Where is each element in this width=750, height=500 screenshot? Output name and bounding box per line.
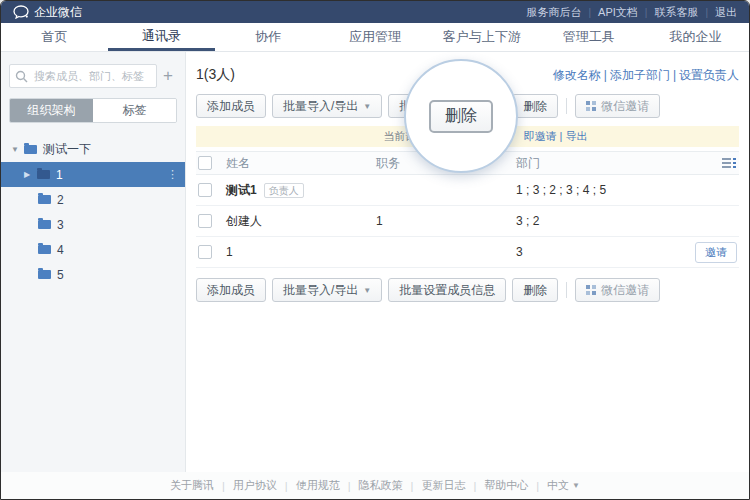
caret-down-icon: ▼: [11, 145, 21, 154]
column-header-name: 姓名: [226, 155, 376, 172]
divider: [566, 98, 567, 114]
more-options-icon[interactable]: ⋮: [167, 168, 178, 181]
batch-import-export-button[interactable]: 批量导入/导出▼: [272, 278, 382, 302]
sidebar-tabs: 组织架构 标签: [9, 98, 177, 123]
delete-button[interactable]: 删除: [512, 94, 558, 118]
toolbar-bottom: 添加成员 批量导入/导出▼ 批量设置成员信息 删除 微信邀请: [196, 278, 739, 302]
app-title: 企业微信: [34, 4, 82, 21]
footer-link-privacy-policy[interactable]: 隐私政策: [359, 478, 403, 493]
tree-node-label: 1: [56, 168, 63, 182]
tree-node-label: 4: [57, 243, 64, 257]
divider: |: [348, 480, 351, 492]
footer-link-changelog[interactable]: 更新日志: [421, 478, 465, 493]
add-department-button[interactable]: +: [157, 64, 179, 88]
table-row[interactable]: 创建人 1 3 ; 2: [196, 206, 739, 237]
wechat-invite-icon: [586, 285, 597, 296]
divider: |: [604, 68, 607, 82]
wechat-invite-icon: [586, 101, 597, 112]
tab-customers[interactable]: 客户与上下游: [428, 23, 535, 51]
chevron-down-icon: ▼: [363, 286, 371, 295]
divider: |: [705, 7, 708, 18]
tree-node-2[interactable]: 2: [1, 187, 185, 212]
tab-management-tools[interactable]: 管理工具: [535, 23, 642, 51]
batch-import-export-button[interactable]: 批量导入/导出▼: [272, 94, 382, 118]
invite-button[interactable]: 邀请: [695, 242, 737, 263]
wechat-invite-button[interactable]: 微信邀请: [575, 94, 660, 118]
language-selector[interactable]: 中文 ▼: [547, 478, 580, 493]
add-member-button[interactable]: 添加成员: [196, 94, 266, 118]
divider: |: [536, 480, 539, 492]
table-row[interactable]: 测试1 负责人 1 ; 3 ; 2 ; 3 ; 4 ; 5: [196, 175, 739, 206]
tree-node-4[interactable]: 4: [1, 237, 185, 262]
tab-my-company[interactable]: 我的企业: [642, 23, 749, 51]
divider: |: [411, 480, 414, 492]
footer-link-usage-rules[interactable]: 使用规范: [296, 478, 340, 493]
modify-name-link[interactable]: 修改名称: [553, 68, 601, 82]
row-checkbox[interactable]: [198, 183, 212, 197]
folder-icon: [24, 145, 37, 154]
table-row[interactable]: 1 3 邀请: [196, 237, 739, 268]
member-departments: 3 ; 2: [516, 214, 675, 228]
divider: [566, 282, 567, 298]
member-title: 1: [376, 214, 516, 228]
tree-node-label: 5: [57, 268, 64, 282]
set-leader-link[interactable]: 设置负责人: [679, 68, 739, 82]
tree-node-label: 2: [57, 193, 64, 207]
folder-icon: [38, 220, 51, 229]
tab-home[interactable]: 首页: [1, 23, 108, 51]
folder-icon: [37, 170, 50, 179]
column-header-department: 部门: [516, 155, 675, 172]
main-nav: 首页 通讯录 协作 应用管理 客户与上下游 管理工具 我的企业: [1, 23, 749, 52]
topbar-link-service-provider[interactable]: 服务商后台: [526, 5, 581, 20]
footer: 关于腾讯| 用户协议| 使用规范| 隐私政策| 更新日志| 帮助中心| 中文 ▼: [1, 472, 749, 499]
divider: |: [473, 480, 476, 492]
delete-button-magnified[interactable]: 删除: [429, 100, 493, 133]
tree-node-label: 测试一下: [43, 141, 91, 158]
member-name: 创建人: [226, 213, 262, 230]
add-subdepartment-link[interactable]: 添加子部门: [610, 68, 670, 82]
brand: 企业微信: [13, 4, 82, 21]
tab-app-management[interactable]: 应用管理: [322, 23, 429, 51]
topbar-link-logout[interactable]: 退出: [715, 5, 737, 20]
row-checkbox[interactable]: [198, 245, 212, 259]
tab-labels[interactable]: 标签: [93, 99, 176, 122]
footer-link-help-center[interactable]: 帮助中心: [484, 478, 528, 493]
divider: |: [285, 480, 288, 492]
footer-link-about[interactable]: 关于腾讯: [170, 478, 214, 493]
footer-link-user-agreement[interactable]: 用户协议: [233, 478, 277, 493]
row-checkbox[interactable]: [198, 214, 212, 228]
member-departments: 3: [516, 245, 675, 259]
search-input[interactable]: [9, 64, 157, 88]
column-settings-icon[interactable]: [722, 157, 737, 169]
divider: |: [222, 480, 225, 492]
topbar-link-api-docs[interactable]: API文档: [598, 5, 638, 20]
invite-export-links[interactable]: 即邀请 | 导出: [524, 129, 588, 144]
delete-button[interactable]: 删除: [512, 278, 558, 302]
topbar-link-contact-support[interactable]: 联系客服: [654, 5, 698, 20]
magnifier-lens: 删除: [404, 59, 518, 173]
chevron-down-icon: ▼: [363, 102, 371, 111]
add-member-button[interactable]: 添加成员: [196, 278, 266, 302]
wechat-work-logo-icon: [13, 5, 29, 19]
divider: |: [588, 7, 591, 18]
tab-contacts[interactable]: 通讯录: [108, 23, 215, 51]
department-title: 1(3人): [196, 66, 235, 84]
batch-set-info-button[interactable]: 批量设置成员信息: [388, 278, 506, 302]
select-all-checkbox[interactable]: [198, 156, 212, 170]
tab-collaboration[interactable]: 协作: [215, 23, 322, 51]
tree-node-root[interactable]: ▼ 测试一下: [1, 137, 185, 162]
folder-icon: [38, 195, 51, 204]
tree-node-1[interactable]: ▶ 1 ⋮: [1, 162, 185, 187]
tree-node-5[interactable]: 5: [1, 262, 185, 287]
sidebar: + 组织架构 标签 ▼ 测试一下 ▶ 1 ⋮: [1, 52, 186, 472]
org-tree: ▼ 测试一下 ▶ 1 ⋮ 2 3: [1, 137, 185, 287]
divider: |: [673, 68, 676, 82]
app-window: 企业微信 服务商后台 | API文档 | 联系客服 | 退出 首页 通讯录 协作…: [0, 0, 750, 500]
divider: |: [645, 7, 648, 18]
tab-org-structure[interactable]: 组织架构: [10, 99, 93, 122]
member-name: 1: [226, 245, 233, 259]
wechat-invite-button[interactable]: 微信邀请: [575, 278, 660, 302]
leader-badge: 负责人: [264, 183, 304, 198]
chevron-down-icon: ▼: [572, 481, 580, 490]
tree-node-3[interactable]: 3: [1, 212, 185, 237]
